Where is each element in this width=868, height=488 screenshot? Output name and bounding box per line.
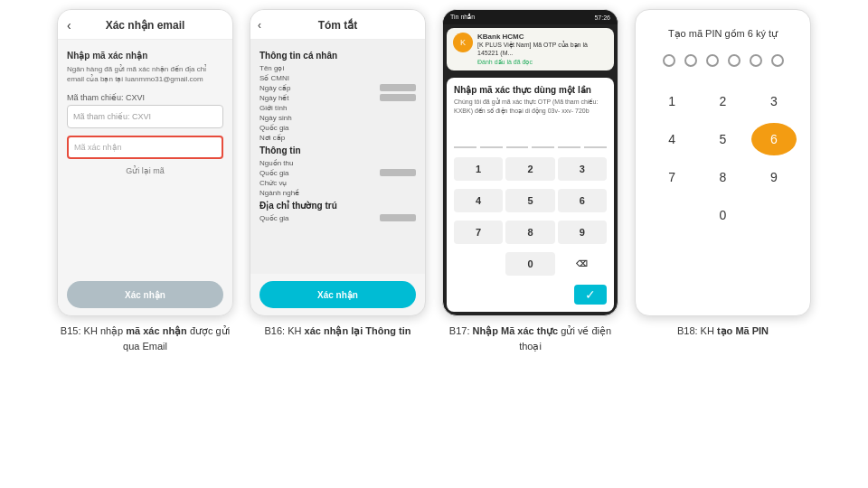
screen2-row-quoc-gia2: Quốc gia	[259, 169, 416, 177]
screen2-row-ngay-het: Ngày hết	[259, 94, 416, 102]
numpad-key-6[interactable]: 6	[558, 189, 607, 212]
screen1-frame: ‹ Xác nhận email Nhập mã xác nhận Ngân h…	[57, 9, 233, 316]
numpad-key-backspace[interactable]: ⌫	[558, 252, 607, 276]
numpad-key-0[interactable]: 0	[505, 252, 554, 276]
pin-dot-4	[728, 54, 741, 67]
screen4-pin-title: Tạo mã PIN gồm 6 ký tự	[668, 28, 778, 40]
screen2-row-noi-cap: Nơi cấp	[259, 134, 416, 142]
pin-key-1[interactable]: 1	[649, 85, 694, 117]
screen3-otp-desc: Chúng tôi đã gửi mã xác thực OTP (Mã tha…	[454, 98, 607, 116]
screen3-otp-title: Nhập mã xác thực dùng một lần	[454, 85, 607, 95]
screen1-field1-input[interactable]: Mã tham chiếu: CXVI	[67, 105, 223, 128]
pin-dot-3	[706, 54, 719, 67]
screen3-caption: B17: Nhập Mã xác thực gửi về điện thoại	[445, 324, 617, 353]
pin-key-4[interactable]: 4	[649, 123, 694, 155]
screen2-header: ‹ Tóm tắt	[250, 10, 425, 40]
screen3-numpad: 1 2 3 4 5 6 7 8 9 0 ⌫	[454, 157, 607, 281]
screen3-otp-boxes	[454, 123, 607, 148]
screen2-row-ngay-sinh: Ngày sinh	[259, 114, 416, 122]
screen2-row-quoc-gia3: Quốc gia	[259, 214, 416, 222]
pin-key-2[interactable]: 2	[700, 85, 745, 117]
pin-dot-2	[684, 54, 697, 67]
screen2-footer: Xác nhận	[250, 274, 425, 315]
screen3-status-bar: Tin nhắn 57:26	[443, 10, 618, 24]
pin-key-backspace	[751, 199, 797, 231]
screen4-caption: B18: KH tạo Mã PIN	[677, 324, 769, 339]
numpad-key-5[interactable]: 5	[505, 189, 554, 212]
screen2-row-chuc-vu: Chức vụ	[259, 179, 416, 187]
otp-box-1[interactable]	[454, 123, 476, 148]
screen1-field2-input[interactable]: Mã xác nhận	[67, 136, 223, 159]
screen2-confirm-button[interactable]: Xác nhận	[259, 281, 416, 308]
screen2-row-quoc-gia1: Quốc gia	[259, 124, 416, 132]
pin-key-empty	[649, 199, 694, 231]
otp-box-4[interactable]	[532, 123, 554, 148]
numpad-key-8[interactable]: 8	[505, 221, 554, 244]
screen2-col: ‹ Tóm tắt Thông tin cá nhân Tên gọi Số C…	[250, 9, 426, 339]
numpad-key-empty	[454, 252, 503, 276]
pin-dot-1	[663, 54, 675, 67]
screen2-info-label: Thông tin	[259, 145, 416, 155]
screen2-row-ngay-cap: Ngày cấp	[259, 84, 416, 92]
screen4-numpad: 1 2 3 4 5 6 7 8 9 0	[649, 85, 797, 231]
screen2-title: Tóm tắt	[318, 19, 358, 32]
screen3-signal: 57:26	[594, 14, 610, 21]
pin-key-3[interactable]: 3	[751, 85, 797, 117]
screen3-frame: Tin nhắn 57:26 K KBank HCMC [K PLUS Việt…	[442, 9, 618, 316]
screen1-footer: Xác nhận	[58, 274, 232, 315]
otp-box-2[interactable]	[480, 123, 503, 148]
numpad-key-1[interactable]: 1	[454, 157, 503, 181]
pin-key-0[interactable]: 0	[700, 199, 745, 231]
screen1-resend[interactable]: Gửi lại mã	[67, 166, 223, 175]
numpad-key-7[interactable]: 7	[454, 221, 503, 244]
pin-key-7[interactable]: 7	[649, 161, 694, 193]
screen2-row-ten-goi: Tên gọi	[259, 64, 416, 72]
screen2-frame: ‹ Tóm tắt Thông tin cá nhân Tên gọi Số C…	[250, 9, 426, 316]
otp-box-6[interactable]	[584, 123, 607, 148]
screen3-notif-content: KBank HCMC [K PLUS Việt Nam] Mã OTP của …	[477, 33, 608, 66]
screen3-col: Tin nhắn 57:26 K KBank HCMC [K PLUS Việt…	[442, 9, 618, 353]
screen3-time: Tin nhắn	[450, 14, 475, 21]
screen1-header: ‹ Xác nhận email	[58, 10, 232, 40]
screen2-row-gioi-tinh: Giới tính	[259, 104, 416, 112]
numpad-key-3[interactable]: 3	[558, 157, 607, 181]
screen1-title: Xác nhận email	[106, 19, 185, 32]
screen1-caption: B15: KH nhập mã xác nhận được gửi qua Em…	[60, 324, 231, 353]
screen1-col: ‹ Xác nhận email Nhập mã xác nhận Ngân h…	[57, 9, 233, 353]
screen1-section-desc: Ngân hàng đã gửi mã xác nhận đến địa chỉ…	[67, 64, 223, 84]
screen2-body: Thông tin cá nhân Tên gọi Số CMNI Ngày c…	[250, 40, 425, 274]
screen2-back-icon[interactable]: ‹	[258, 19, 261, 32]
screen2-row-nguon: Nguồn thu	[259, 159, 416, 167]
numpad-key-2[interactable]: 2	[505, 157, 554, 181]
numpad-key-4[interactable]: 4	[454, 189, 503, 212]
screen4-pin-dots	[663, 54, 784, 67]
screen4-frame: Tạo mã PIN gồm 6 ký tự 1 2 3 4 5 6 7 8 9	[635, 9, 811, 316]
screen2-caption: B16: KH xác nhận lại Thông tin	[265, 324, 411, 339]
screen1-section-title: Nhập mã xác nhận	[67, 51, 223, 61]
pin-dot-5	[750, 54, 762, 67]
pin-dot-6	[771, 54, 784, 67]
screen3-notif-sender: KBank HCMC	[477, 33, 608, 41]
screen1-field1-label: Mã tham chiếu: CXVI	[67, 93, 223, 102]
otp-box-3[interactable]	[506, 123, 529, 148]
screen2-address-label: Địa chỉ thường trú	[259, 201, 416, 211]
screen1-back-icon[interactable]: ‹	[67, 18, 71, 33]
screen4-col: Tạo mã PIN gồm 6 ký tự 1 2 3 4 5 6 7 8 9	[635, 9, 811, 339]
screen2-row-so-cmni: Số CMNI	[259, 74, 416, 82]
otp-box-5[interactable]	[558, 123, 580, 148]
screen3-confirm-button[interactable]: ✓	[574, 285, 607, 305]
screen3-notification[interactable]: K KBank HCMC [K PLUS Việt Nam] Mã OTP củ…	[447, 28, 614, 70]
screen2-row-nganh: Ngành nghề	[259, 189, 416, 197]
pin-key-9[interactable]: 9	[751, 161, 797, 193]
screen1-confirm-button[interactable]: Xác nhận	[67, 281, 223, 308]
screen1-body: Nhập mã xác nhận Ngân hàng đã gửi mã xác…	[58, 40, 232, 274]
pin-key-5[interactable]: 5	[700, 123, 745, 155]
screen2-personal-label: Thông tin cá nhân	[259, 51, 416, 61]
screen3-otp-card: Nhập mã xác thực dùng một lần Chúng tôi …	[447, 78, 614, 312]
screen3-notif-icon: K	[453, 33, 473, 52]
pin-key-6[interactable]: 6	[751, 123, 797, 155]
pin-key-8[interactable]: 8	[700, 161, 745, 193]
screen3-notif-text: [K PLUS Việt Nam] Mã OTP của bạn là 1452…	[477, 41, 608, 57]
screen3-notif-tag[interactable]: Đánh dấu là đã đọc	[477, 59, 608, 66]
numpad-key-9[interactable]: 9	[558, 221, 607, 244]
